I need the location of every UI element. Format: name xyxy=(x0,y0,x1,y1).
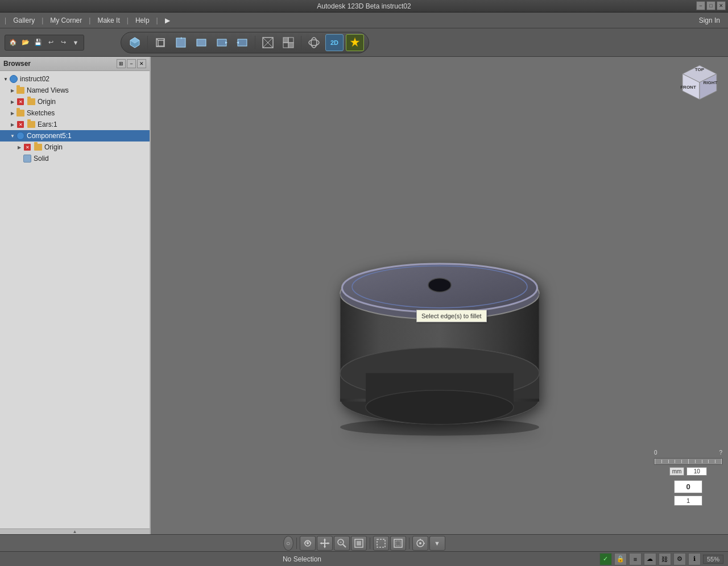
tree-item-component5[interactable]: ▼ Component5:1 xyxy=(0,130,150,142)
left-view-button[interactable] xyxy=(233,34,251,51)
2d-view-button[interactable]: 2D xyxy=(325,34,344,51)
status-settings-button[interactable]: ⚙ xyxy=(673,553,686,565)
highlight-button[interactable] xyxy=(346,34,364,51)
view-toolbar: 2D xyxy=(121,32,369,53)
svg-text:+: + xyxy=(340,540,342,544)
status-link-button[interactable]: ⛓ xyxy=(659,553,671,565)
svg-rect-21 xyxy=(288,43,293,48)
tree-item-sketches[interactable]: ▶ Sketches xyxy=(0,107,150,119)
right-view-button[interactable] xyxy=(213,34,231,51)
tree-arrow-ears[interactable]: ▶ xyxy=(9,121,16,128)
menu-make-it[interactable]: Make It xyxy=(93,15,124,26)
menu-gallery[interactable]: Gallery xyxy=(9,15,39,26)
toolbar-expand-button[interactable]: ○ xyxy=(283,536,293,551)
qa-undo-button[interactable]: ↩ xyxy=(45,36,56,49)
menu-help[interactable]: Help xyxy=(131,15,154,26)
minimize-button[interactable]: − xyxy=(696,1,705,10)
qa-new-button[interactable]: 🏠 xyxy=(7,36,19,49)
ruler-bar xyxy=(654,458,722,465)
pan-button[interactable] xyxy=(317,536,333,551)
svg-line-5 xyxy=(164,39,164,40)
zoom-fit-button[interactable] xyxy=(351,536,367,551)
sign-in-button[interactable]: Sign In xyxy=(694,15,725,26)
origin-icon xyxy=(16,97,25,106)
tree-item-ears[interactable]: ▶ Ears:1 xyxy=(0,119,150,130)
status-right: ✓ 🔒 ≡ ☁ ⛓ ⚙ ℹ 55% xyxy=(599,553,723,565)
status-checkmark-button[interactable]: ✓ xyxy=(599,553,612,565)
status-lock-button[interactable]: 🔒 xyxy=(614,553,627,565)
close-button[interactable]: ✕ xyxy=(717,1,726,10)
menu-separator-3: | xyxy=(127,16,129,24)
svg-rect-11 xyxy=(217,39,226,46)
ruler-end: ? xyxy=(719,450,722,456)
tree-arrow-solid[interactable] xyxy=(16,155,23,162)
menu-my-corner[interactable]: My Corner xyxy=(46,15,86,26)
tree-arrow-origin[interactable]: ▶ xyxy=(9,98,16,105)
browser-grid-button[interactable]: ⊞ xyxy=(117,59,126,68)
bottom-sep-3 xyxy=(409,538,410,549)
tree-arrow-named-views[interactable]: ▶ xyxy=(9,87,16,94)
more-button[interactable]: ▼ xyxy=(429,536,445,551)
qa-redo-button[interactable]: ↪ xyxy=(57,36,69,49)
ruler-labels: 0 ? xyxy=(654,450,722,456)
wireframe-button[interactable] xyxy=(259,34,277,51)
nav-cube[interactable]: TOP FRONT RIGHT xyxy=(671,63,722,114)
menu-separator-2: | xyxy=(89,16,90,24)
display-button[interactable] xyxy=(412,536,428,551)
menu-separator-4: | xyxy=(156,16,158,24)
orbit-mode-button[interactable] xyxy=(300,536,316,551)
qa-dropdown-button[interactable]: ▼ xyxy=(70,36,81,49)
browser-scroll-handle[interactable]: ▲ xyxy=(0,528,150,534)
browser-panel: Browser ⊞ − ✕ ▼ instruct02 ▶ xyxy=(0,57,151,534)
origin2-icon-x xyxy=(23,143,32,152)
window-select-button[interactable] xyxy=(390,536,406,551)
svg-point-49 xyxy=(428,278,451,292)
nav-cube-svg[interactable]: TOP FRONT RIGHT xyxy=(674,63,725,114)
tree-item-origin2[interactable]: ▶ Origin xyxy=(0,142,150,153)
menu-more[interactable]: ▶ xyxy=(160,15,175,26)
front-view-button[interactable] xyxy=(192,34,210,51)
svg-point-45 xyxy=(366,390,514,424)
ears-icon-x xyxy=(16,120,25,129)
tree-item-instruct02[interactable]: ▼ instruct02 xyxy=(0,73,150,85)
browser-collapse-button[interactable]: − xyxy=(127,59,136,68)
qa-save-button[interactable]: 💾 xyxy=(32,36,44,49)
folder-icon-ears xyxy=(27,120,36,129)
title-bar: Autodesk 123D Beta instruct02 − □ ✕ xyxy=(0,0,728,13)
shading-button[interactable] xyxy=(279,34,297,51)
box-select-button[interactable] xyxy=(373,536,389,551)
top-view-button[interactable] xyxy=(172,34,190,51)
status-cloud-button[interactable]: ☁ xyxy=(644,553,656,565)
tree-arrow-instruct02[interactable]: ▼ xyxy=(2,76,9,82)
maximize-button[interactable]: □ xyxy=(706,1,715,10)
tree-item-solid[interactable]: Solid xyxy=(0,153,150,164)
toolbar-separator-1 xyxy=(147,36,148,49)
svg-rect-3 xyxy=(158,40,164,46)
svg-rect-19 xyxy=(288,38,293,43)
browser-close-button[interactable]: ✕ xyxy=(137,59,146,68)
zoom-percent: 55% xyxy=(703,555,723,564)
tree-arrow-origin2[interactable]: ▶ xyxy=(16,144,23,151)
cube-front-label: FRONT xyxy=(680,85,696,90)
status-info-button[interactable]: ℹ xyxy=(688,553,701,565)
tree-item-named-views[interactable]: ▶ Named Views xyxy=(0,85,150,96)
svg-line-6 xyxy=(156,46,158,47)
tree-label-sketches: Sketches xyxy=(27,109,55,117)
svg-point-22 xyxy=(309,40,319,45)
qa-open-button[interactable]: 📂 xyxy=(20,36,31,49)
tree-arrow-sketches[interactable]: ▶ xyxy=(9,110,16,116)
home-view-button[interactable] xyxy=(126,34,144,51)
orbit-button[interactable] xyxy=(305,34,323,51)
tree-item-origin[interactable]: ▶ Origin xyxy=(0,96,150,107)
status-layers-button[interactable]: ≡ xyxy=(629,553,642,565)
ruler-input-value[interactable]: 1 xyxy=(674,496,702,506)
viewport[interactable]: TOP FRONT RIGHT xyxy=(151,57,728,534)
svg-marker-57 xyxy=(328,542,330,544)
tree-arrow-component5[interactable]: ▼ xyxy=(9,132,16,139)
perspective-view-button[interactable] xyxy=(151,34,169,51)
zoom-region-button[interactable]: + xyxy=(334,536,350,551)
tree-label-solid: Solid xyxy=(34,155,49,163)
ruler-area: 0 ? mm 10 xyxy=(654,450,722,506)
window-controls: − □ ✕ xyxy=(696,1,726,10)
svg-marker-55 xyxy=(324,546,326,548)
